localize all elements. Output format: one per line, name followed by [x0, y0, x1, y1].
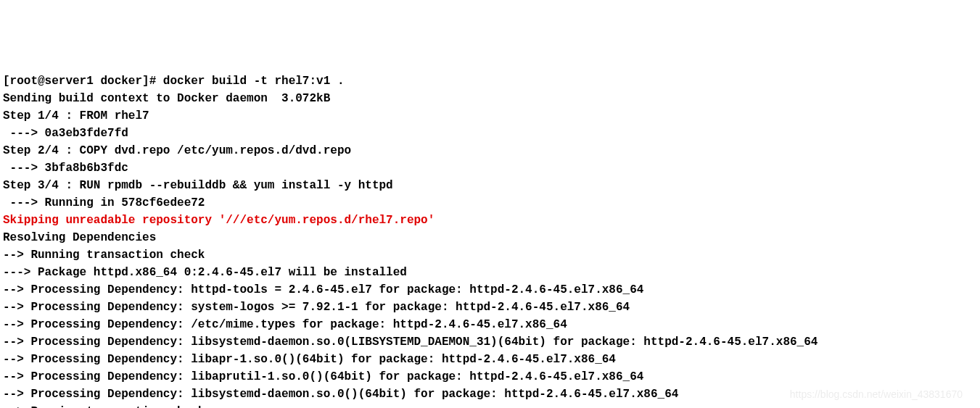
terminal-line: Skipping unreadable repository '///etc/y… [3, 212, 977, 229]
terminal-line: --> Running transaction check [3, 403, 977, 408]
terminal-line: Resolving Dependencies [3, 229, 977, 246]
terminal-line: ---> Running in 578cf6edee72 [3, 194, 977, 212]
terminal-line: ---> Package httpd.x86_64 0:2.4.6-45.el7… [3, 264, 977, 281]
terminal-line: --> Running transaction check [3, 246, 977, 264]
terminal-line: [root@server1 docker]# docker build -t r… [3, 72, 977, 90]
terminal-line: Step 3/4 : RUN rpmdb --rebuilddb && yum … [3, 177, 977, 194]
terminal-line: ---> 0a3eb3fde7fd [3, 125, 977, 142]
terminal-line: Step 2/4 : COPY dvd.repo /etc/yum.repos.… [3, 142, 977, 159]
terminal-line: --> Processing Dependency: system-logos … [3, 299, 977, 316]
terminal-line: --> Processing Dependency: httpd-tools =… [3, 281, 977, 299]
terminal-output[interactable]: [root@server1 docker]# docker build -t r… [3, 72, 977, 408]
terminal-line: --> Processing Dependency: libaprutil-1.… [3, 368, 977, 386]
terminal-line: ---> 3bfa8b6b3fdc [3, 159, 977, 177]
terminal-line: Sending build context to Docker daemon 3… [3, 90, 977, 107]
terminal-line: Step 1/4 : FROM rhel7 [3, 107, 977, 125]
terminal-line: --> Processing Dependency: /etc/mime.typ… [3, 316, 977, 333]
terminal-line: --> Processing Dependency: libapr-1.so.0… [3, 351, 977, 368]
watermark-text: https://blog.csdn.net/weixin_43831670 [790, 387, 963, 402]
terminal-line: --> Processing Dependency: libsystemd-da… [3, 333, 977, 351]
